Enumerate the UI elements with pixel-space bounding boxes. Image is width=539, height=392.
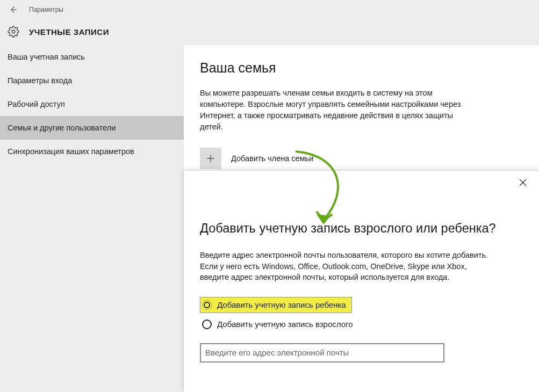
radio-add-child[interactable]: Добавить учетную запись ребенка <box>200 297 352 313</box>
sidebar-item-sync[interactable]: Синхронизация ваших параметров <box>0 140 184 163</box>
add-account-dialog: Добавить учетную запись взрослого или ре… <box>184 171 539 392</box>
sidebar-item-your-account[interactable]: Ваша учетная запись <box>0 45 184 69</box>
section-title: Ваша семья <box>200 60 523 76</box>
close-button[interactable] <box>519 178 528 188</box>
radio-icon <box>202 320 212 329</box>
app-title: Параметры <box>29 6 63 13</box>
add-family-member-button[interactable]: Добавить члена семьи <box>200 148 523 169</box>
page-title: УЧЕТНЫЕ ЗАПИСИ <box>29 27 109 37</box>
add-member-label: Добавить члена семьи <box>231 154 313 163</box>
svg-point-0 <box>12 30 15 33</box>
email-input[interactable]: Введите его адрес электронной почты <box>200 343 444 362</box>
radio-label-child: Добавить учетную запись ребенка <box>217 300 346 309</box>
radio-label-adult: Добавить учетную запись взрослого <box>217 320 353 329</box>
email-placeholder: Введите его адрес электронной почты <box>205 348 349 357</box>
sidebar: Ваша учетная запись Параметры входа Рабо… <box>0 45 184 391</box>
back-button[interactable] <box>8 4 18 15</box>
radio-icon <box>202 300 212 310</box>
section-description: Вы можете разрешать членам семьи входить… <box>200 88 466 133</box>
dialog-description: Введите адрес электронной почты пользова… <box>200 250 495 283</box>
sidebar-item-signin-options[interactable]: Параметры входа <box>0 69 184 92</box>
dialog-title: Добавить учетную запись взрослого или ре… <box>200 221 501 236</box>
radio-add-adult[interactable]: Добавить учетную запись взрослого <box>200 316 356 332</box>
plus-icon <box>200 148 221 169</box>
gear-icon <box>8 26 19 38</box>
sidebar-item-family[interactable]: Семья и другие пользователи <box>0 116 184 140</box>
sidebar-item-work-access[interactable]: Рабочий доступ <box>0 92 184 116</box>
